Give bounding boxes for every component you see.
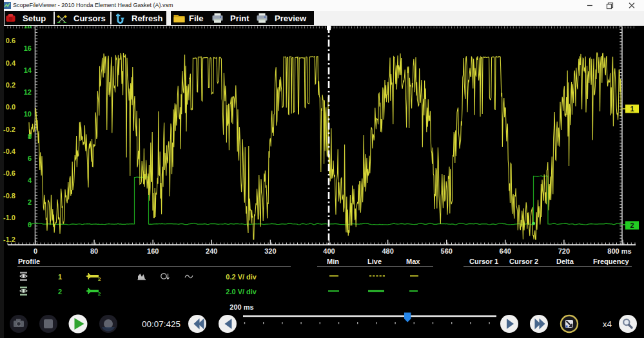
svg-text:00:07:425: 00:07:425 [142, 319, 181, 329]
svg-text:x4: x4 [603, 319, 612, 329]
